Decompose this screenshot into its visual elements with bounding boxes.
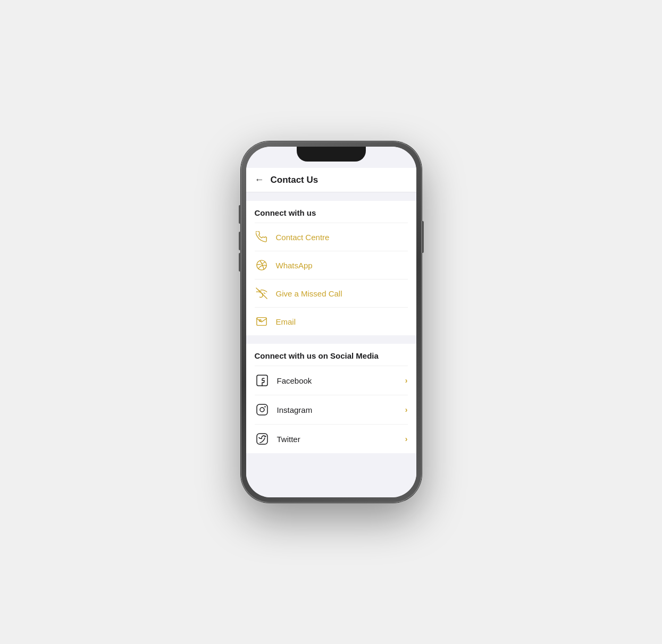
page-header: ← Contact Us bbox=[246, 168, 416, 192]
missed-call-icon bbox=[255, 286, 269, 300]
twitter-item[interactable]: Twitter › bbox=[255, 424, 408, 453]
instagram-icon bbox=[255, 402, 270, 417]
social-section: Connect with us on Social Media Facebook… bbox=[246, 344, 416, 453]
facebook-chevron: › bbox=[405, 376, 408, 385]
phone-mockup: ← Contact Us Connect with us Contact Cen… bbox=[241, 141, 422, 503]
svg-point-5 bbox=[260, 408, 264, 412]
contact-centre-label: Contact Centre bbox=[276, 233, 330, 242]
facebook-label: Facebook bbox=[277, 376, 405, 385]
facebook-item[interactable]: Facebook › bbox=[255, 366, 408, 395]
screen-content: ← Contact Us Connect with us Contact Cen… bbox=[246, 147, 416, 497]
email-label: Email bbox=[276, 317, 296, 326]
back-button[interactable]: ← bbox=[255, 174, 264, 185]
svg-rect-7 bbox=[257, 434, 267, 444]
contact-centre-item[interactable]: Contact Centre bbox=[255, 223, 408, 251]
twitter-chevron: › bbox=[405, 435, 408, 443]
svg-point-6 bbox=[265, 406, 265, 407]
whatsapp-label: WhatsApp bbox=[276, 261, 313, 270]
twitter-label: Twitter bbox=[277, 435, 405, 444]
instagram-chevron: › bbox=[405, 405, 408, 414]
phone-notch bbox=[297, 147, 366, 162]
instagram-item[interactable]: Instagram › bbox=[255, 395, 408, 424]
whatsapp-icon bbox=[255, 258, 269, 272]
page-title: Contact Us bbox=[271, 175, 319, 185]
instagram-label: Instagram bbox=[277, 405, 405, 414]
connect-section: Connect with us Contact Centre bbox=[246, 201, 416, 335]
missed-call-label: Give a Missed Call bbox=[276, 289, 342, 298]
connect-section-heading: Connect with us bbox=[255, 201, 408, 223]
bottom-space bbox=[246, 453, 416, 497]
missed-call-item[interactable]: Give a Missed Call bbox=[255, 279, 408, 307]
twitter-icon bbox=[255, 431, 270, 446]
phone-icon bbox=[255, 230, 269, 244]
whatsapp-item[interactable]: WhatsApp bbox=[255, 251, 408, 279]
email-icon bbox=[255, 315, 269, 328]
email-item[interactable]: Email bbox=[255, 307, 408, 335]
phone-screen: ← Contact Us Connect with us Contact Cen… bbox=[246, 147, 416, 497]
svg-rect-4 bbox=[257, 404, 267, 415]
facebook-icon bbox=[255, 373, 270, 388]
social-section-heading: Connect with us on Social Media bbox=[255, 344, 408, 366]
